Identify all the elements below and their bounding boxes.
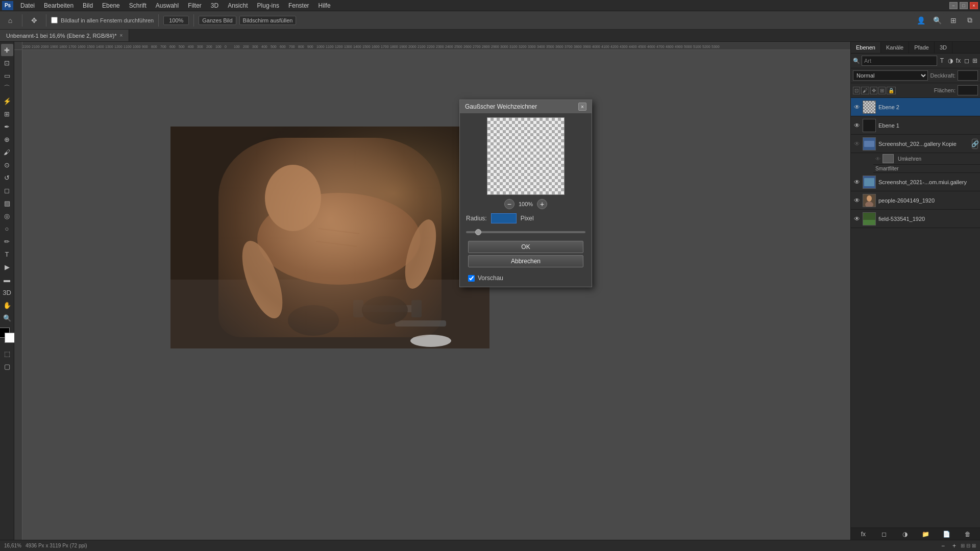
- menu-ansicht[interactable]: Ansicht: [224, 1, 252, 10]
- add-mask-button[interactable]: ◻: [879, 530, 889, 539]
- home-button[interactable]: ⌂: [3, 13, 17, 28]
- menu-schrift[interactable]: Schrift: [125, 1, 151, 10]
- lock-image-icon[interactable]: 🖌: [861, 87, 869, 94]
- whole-image-button[interactable]: Ganzes Bild: [199, 16, 236, 25]
- document-canvas[interactable]: [170, 127, 489, 348]
- magic-wand-tool[interactable]: ⚡: [1, 95, 13, 107]
- zoom-in-status-btn[interactable]: +: [949, 541, 959, 550]
- zoom-in-button[interactable]: +: [537, 199, 547, 209]
- blur-tool[interactable]: ◎: [1, 210, 13, 222]
- eraser-tool[interactable]: ◻: [1, 184, 13, 196]
- layer-visibility-ebene2[interactable]: 👁: [853, 104, 861, 111]
- healing-brush-tool[interactable]: ⊕: [1, 133, 13, 145]
- radius-slider[interactable]: [466, 231, 585, 233]
- invert-eye[interactable]: 👁: [875, 156, 880, 162]
- menu-filter[interactable]: Filter: [184, 1, 206, 10]
- zoom-tool[interactable]: 🔍: [1, 312, 13, 324]
- radius-input[interactable]: 8,0: [491, 213, 517, 223]
- move-tool-button[interactable]: ✥: [27, 13, 41, 28]
- move-tool[interactable]: ✚: [1, 44, 13, 56]
- cancel-button[interactable]: Abbrechen: [468, 255, 583, 267]
- blend-mode-select[interactable]: Normal Multiplizieren Abdunkeln: [853, 70, 928, 81]
- layer-visibility-screenshot2021[interactable]: 👁: [853, 179, 861, 186]
- layer-item-ebene2[interactable]: 👁 Ebene 2: [851, 98, 980, 116]
- lock-position-icon[interactable]: ✥: [870, 87, 877, 94]
- menu-3d[interactable]: 3D: [207, 1, 223, 10]
- layer-item-screenshot-gallery[interactable]: 👁 Screenshot_202...gallery Kopie 🔗: [851, 135, 980, 153]
- arrange-button[interactable]: ⧉: [963, 13, 977, 28]
- search-button[interactable]: 🔍: [930, 13, 944, 28]
- dialog-titlebar[interactable]: Gaußscher Weichzeichner ×: [460, 100, 592, 113]
- workspace-button[interactable]: ⊞: [946, 13, 961, 28]
- tab-ebenen[interactable]: Ebenen: [851, 42, 881, 53]
- add-fx-button[interactable]: fx: [859, 530, 868, 539]
- menu-auswahl[interactable]: Auswahl: [152, 1, 183, 10]
- menu-datei[interactable]: Datei: [16, 1, 39, 10]
- layer-visibility-ebene1[interactable]: 👁: [853, 122, 861, 129]
- 3d-tool[interactable]: 3D: [1, 286, 13, 298]
- menu-hilfe[interactable]: Hilfe: [314, 1, 335, 10]
- path-select-tool[interactable]: ▶: [1, 261, 13, 273]
- lasso-tool[interactable]: ⌒: [1, 82, 13, 94]
- history-brush-tool[interactable]: ↺: [1, 171, 13, 184]
- layer-item-ebene1[interactable]: 👁 Ebene 1: [851, 116, 980, 135]
- filter-type-button[interactable]: T: [939, 56, 945, 65]
- lock-transparent-icon[interactable]: ⊡: [853, 87, 860, 94]
- brush-tool[interactable]: 🖌: [1, 146, 13, 158]
- pen-tool[interactable]: ✏: [1, 235, 13, 247]
- profile-button[interactable]: 👤: [914, 13, 928, 28]
- hand-tool[interactable]: ✋: [1, 299, 13, 311]
- menu-fenster[interactable]: Fenster: [284, 1, 313, 10]
- opacity-input[interactable]: 100%: [958, 70, 978, 81]
- crop-tool[interactable]: ⊞: [1, 108, 13, 120]
- menu-bearbeiten[interactable]: Bearbeiten: [40, 1, 78, 10]
- menu-ebene[interactable]: Ebene: [98, 1, 124, 10]
- canvas-area[interactable]: [22, 50, 850, 540]
- artboard-tool[interactable]: ⊡: [1, 57, 13, 69]
- layers-search-input[interactable]: [862, 56, 937, 66]
- quick-mask-button[interactable]: ⬚: [1, 347, 13, 360]
- tab-close-button[interactable]: ×: [119, 33, 122, 38]
- new-adjustment-button[interactable]: ◑: [900, 530, 910, 539]
- preview-checkbox[interactable]: [468, 275, 475, 282]
- tab-pfade[interactable]: Pfade: [909, 42, 935, 53]
- filter-effect-button[interactable]: fx: [955, 56, 962, 65]
- tab-kanaele[interactable]: Kanäle: [881, 42, 909, 53]
- restore-button[interactable]: □: [960, 2, 968, 9]
- layer-visibility-people[interactable]: 👁: [853, 197, 861, 204]
- document-tab[interactable]: Unbenannt-1 bei 16,6% (Ebene 2, RGB/8#)*…: [0, 30, 129, 41]
- fill-screen-button[interactable]: Bildschirm ausfüllen: [239, 16, 297, 25]
- layer-item-people[interactable]: 👁 people-2604149_1920: [851, 191, 980, 210]
- layer-item-field[interactable]: 👁 field-533541_1920: [851, 210, 980, 228]
- background-swatch[interactable]: [5, 333, 15, 343]
- rectangle-tool[interactable]: ▬: [1, 273, 13, 286]
- dialog-preview-area[interactable]: [487, 117, 565, 195]
- layer-visibility-screenshot-gallery[interactable]: 👁: [853, 140, 861, 147]
- gradient-tool[interactable]: ▨: [1, 197, 13, 209]
- menu-plugins[interactable]: Plug-ins: [253, 1, 283, 10]
- preview-label[interactable]: Vorschau: [478, 274, 503, 282]
- dialog-close-button[interactable]: ×: [578, 103, 586, 111]
- zoom-out-status-btn[interactable]: −: [938, 541, 947, 550]
- menu-bild[interactable]: Bild: [79, 1, 97, 10]
- type-tool[interactable]: T: [1, 248, 13, 260]
- new-group-button[interactable]: 📁: [921, 530, 930, 539]
- close-button[interactable]: ×: [970, 2, 978, 9]
- stamp-tool[interactable]: ⊙: [1, 159, 13, 171]
- minimize-button[interactable]: −: [949, 2, 958, 9]
- tab-3d[interactable]: 3D: [935, 42, 952, 53]
- layer-item-screenshot2021[interactable]: 👁 Screenshot_2021-...om.miui.gallery: [851, 173, 980, 191]
- lock-all-icon[interactable]: 🔒: [887, 87, 896, 94]
- eyedropper-tool[interactable]: ✒: [1, 120, 13, 133]
- scroll-all-checkbox[interactable]: [51, 17, 58, 23]
- screen-mode-button[interactable]: ▢: [1, 360, 13, 372]
- filter-mask-button[interactable]: ◻: [963, 56, 970, 65]
- filter-smart-button[interactable]: ⊞: [971, 56, 978, 65]
- dodge-tool[interactable]: ○: [1, 222, 13, 235]
- layer-visibility-field[interactable]: 👁: [853, 215, 861, 222]
- delete-layer-button[interactable]: 🗑: [963, 530, 972, 539]
- lock-artboard-icon[interactable]: ⊞: [878, 87, 886, 94]
- marquee-tool[interactable]: ▭: [1, 69, 13, 82]
- filter-adjust-button[interactable]: ◑: [947, 56, 953, 65]
- ok-button[interactable]: OK: [468, 241, 583, 253]
